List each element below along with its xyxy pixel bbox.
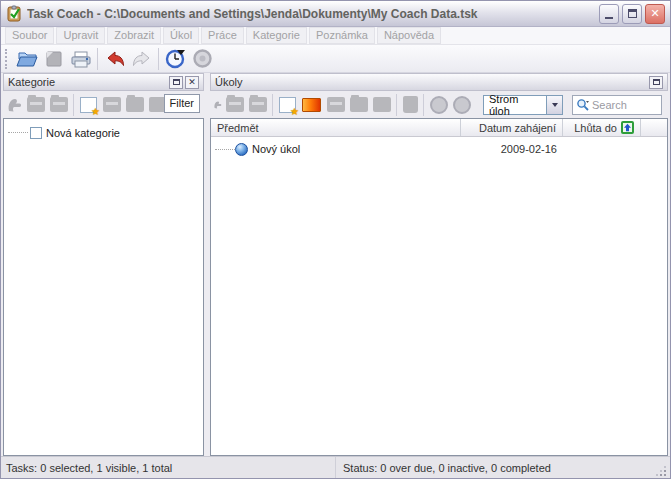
new-star-icon: ★	[91, 107, 100, 117]
edit-disabled-icon[interactable]	[350, 97, 368, 112]
tasks-pane: Úkoly ★ Strom úloh	[210, 73, 668, 456]
tree-line	[8, 132, 28, 133]
task-row[interactable]: Nový úkol 2009-02-16	[211, 140, 667, 158]
categories-tree[interactable]: Nová kategorie	[3, 118, 204, 456]
save-icon	[44, 49, 64, 69]
minimize-icon	[605, 17, 613, 19]
start-tracking-disabled-icon[interactable]	[430, 96, 448, 114]
open-folder-icon	[16, 49, 38, 69]
status-tasks: Tasks: 0 selected, 1 visible, 1 total	[1, 457, 336, 478]
toolbar-separator	[158, 48, 159, 70]
toolbar-separator	[423, 94, 424, 116]
new-subtask-disabled-icon[interactable]	[327, 97, 345, 112]
categories-pane-title: Kategorie	[8, 76, 167, 88]
toolbar-separator	[396, 94, 397, 116]
undo-icon	[104, 50, 126, 68]
toolbar-grip[interactable]	[5, 49, 8, 69]
app-icon	[6, 5, 23, 22]
tasks-pane-caption[interactable]: Úkoly	[210, 73, 668, 91]
paste-disabled-icon[interactable]	[6, 96, 24, 113]
copy-disabled-icon[interactable]	[249, 97, 267, 112]
menu-prace[interactable]: Práce	[201, 27, 244, 44]
new-task-from-template-button[interactable]	[302, 98, 321, 112]
minimize-button[interactable]	[599, 4, 619, 24]
tasks-toolbar: ★ Strom úloh	[210, 91, 668, 118]
task-status-icon	[235, 143, 248, 156]
tasks-maximize-button[interactable]	[649, 76, 663, 89]
maximize-icon	[628, 9, 637, 18]
categories-pane-caption[interactable]: Kategorie ✕	[3, 73, 204, 91]
status-bar: Tasks: 0 selected, 1 visible, 1 total St…	[1, 456, 670, 478]
menu-ukol[interactable]: Úkol	[163, 27, 199, 44]
task-coach-window: Task Coach - C:\Documents and Settings\J…	[0, 0, 671, 479]
column-start-date[interactable]: Datum zahájení	[461, 119, 563, 136]
chevron-down-icon	[552, 103, 558, 107]
menu-poznamka[interactable]: Poznámka	[309, 27, 375, 44]
view-mode-select[interactable]: Strom úloh	[483, 95, 563, 115]
print-button[interactable]	[67, 47, 94, 71]
categories-maximize-button[interactable]	[169, 76, 183, 89]
title-bar[interactable]: Task Coach - C:\Documents and Settings\J…	[1, 1, 670, 27]
new-star-icon: ★	[290, 107, 299, 117]
toolbar-separator	[272, 94, 273, 116]
mail-disabled-icon[interactable]	[403, 96, 418, 113]
task-list[interactable]: Předmět Datum zahájení Lhůta do Nový úk	[210, 118, 668, 456]
pane-maximize-icon	[173, 79, 180, 85]
toolbar-separator	[73, 94, 74, 116]
new-subcategory-disabled-icon[interactable]	[103, 97, 121, 112]
close-icon: ✕	[650, 8, 659, 19]
menu-upravit[interactable]: Upravit	[56, 27, 105, 44]
new-category-button[interactable]: ★	[80, 97, 97, 113]
start-tracking-button[interactable]	[162, 47, 189, 71]
pane-close-icon: ✕	[188, 78, 196, 87]
tasks-pane-title: Úkoly	[215, 76, 647, 88]
category-row[interactable]: Nová kategorie	[4, 124, 203, 141]
task-start-date: 2009-02-16	[461, 143, 563, 155]
close-button[interactable]: ✕	[645, 4, 665, 24]
clock-icon	[165, 48, 186, 69]
tree-line	[215, 149, 235, 150]
column-due-date[interactable]: Lhůta do	[563, 119, 641, 136]
categories-close-button[interactable]: ✕	[185, 76, 199, 89]
status-summary: Status: 0 over due, 0 inactive, 0 comple…	[336, 462, 654, 474]
menu-bar: Soubor Upravit Zobrazit Úkol Práce Kateg…	[1, 27, 670, 45]
categories-pane: Kategorie ✕ ★ Filter Nová kategorie	[3, 73, 204, 456]
cut-disabled-icon[interactable]	[226, 97, 244, 112]
maximize-button[interactable]	[622, 4, 642, 24]
search-input[interactable]	[592, 99, 654, 111]
new-task-button[interactable]: ★	[279, 97, 296, 113]
search-icon	[576, 98, 590, 112]
menu-kategorie[interactable]: Kategorie	[246, 27, 307, 44]
categories-toolbar: ★ Filter	[3, 91, 204, 118]
menu-soubor[interactable]: Soubor	[5, 27, 54, 44]
stop-tracking-button[interactable]	[189, 47, 216, 71]
toolbar-separator	[97, 48, 98, 70]
combo-dropdown-button[interactable]	[546, 96, 562, 114]
edit-disabled-icon[interactable]	[126, 97, 144, 112]
menu-napoveda[interactable]: Nápověda	[377, 27, 441, 44]
open-file-button[interactable]	[13, 47, 40, 71]
column-subject[interactable]: Předmět	[211, 119, 461, 136]
print-icon	[70, 49, 92, 69]
copy-disabled-icon[interactable]	[50, 97, 68, 112]
category-checkbox[interactable]	[30, 127, 42, 139]
search-box[interactable]	[572, 95, 662, 115]
window-title: Task Coach - C:\Documents and Settings\J…	[27, 7, 596, 21]
clock-stop-icon	[192, 48, 213, 69]
main-toolbar	[1, 45, 670, 73]
undo-button[interactable]	[101, 47, 128, 71]
task-list-header: Předmět Datum zahájení Lhůta do	[211, 119, 667, 137]
redo-icon	[131, 50, 153, 68]
save-file-button[interactable]	[40, 47, 67, 71]
cut-disabled-icon[interactable]	[27, 97, 45, 112]
filter-button[interactable]: Filter	[164, 94, 200, 113]
menu-zobrazit[interactable]: Zobrazit	[107, 27, 161, 44]
delete-disabled-icon[interactable]	[373, 97, 391, 112]
paste-disabled-icon[interactable]	[213, 96, 223, 113]
redo-button[interactable]	[128, 47, 155, 71]
task-subject: Nový úkol	[252, 143, 300, 155]
resize-grip-icon[interactable]	[654, 464, 668, 478]
view-mode-value: Strom úloh	[484, 93, 546, 117]
sort-ascending-icon	[621, 121, 634, 134]
stop-tracking-disabled-icon[interactable]	[453, 96, 471, 114]
